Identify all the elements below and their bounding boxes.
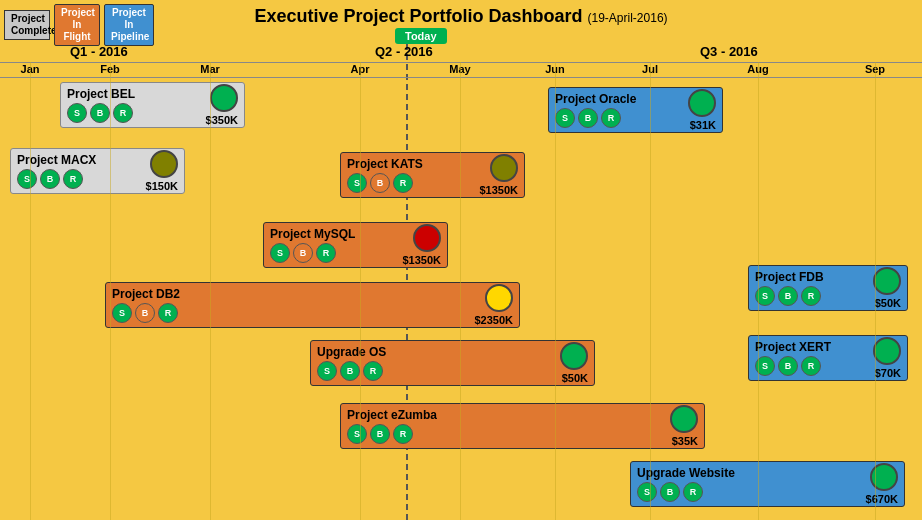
cost-label: $50K: [875, 297, 901, 309]
quarter-row: Q1 - 2016Q2 - 2016Q3 - 2016: [0, 44, 922, 62]
status-b: B: [293, 243, 313, 263]
bar-inner: Upgrade Website S B R: [637, 466, 862, 502]
status-s: S: [67, 103, 87, 123]
grid-line: [360, 62, 361, 520]
status-r: R: [801, 286, 821, 306]
bar-inner: Project MACX S B R: [17, 153, 142, 189]
bar-icons: S B R: [112, 303, 470, 323]
health-indicator: [560, 342, 588, 370]
cost-label: $70K: [875, 367, 901, 379]
status-r: R: [63, 169, 83, 189]
bar-inner: Project KATS S B R: [347, 157, 475, 193]
bar-title: Project KATS: [347, 157, 475, 171]
cost-label: $35K: [672, 435, 698, 447]
status-b: B: [135, 303, 155, 323]
bar-icons: S B R: [755, 356, 871, 376]
bar-inner: Project MySQL S B R: [270, 227, 398, 263]
status-b: B: [578, 108, 598, 128]
grid-line: [555, 62, 556, 520]
status-r: R: [316, 243, 336, 263]
status-r: R: [393, 173, 413, 193]
bar-title: Project Oracle: [555, 92, 686, 106]
cost-label: $2350K: [474, 314, 513, 326]
status-s: S: [17, 169, 37, 189]
status-b: B: [340, 361, 360, 381]
bar-title: Upgrade Website: [637, 466, 862, 480]
project-bar[interactable]: Project FDB S B R $50K: [748, 265, 908, 311]
today-button[interactable]: Today: [395, 28, 447, 44]
cost-label: $1350K: [402, 254, 441, 266]
status-r: R: [683, 482, 703, 502]
status-r: R: [393, 424, 413, 444]
bar-icons: S B R: [555, 108, 686, 128]
cost-label: $670K: [866, 493, 898, 505]
grid-line: [460, 62, 461, 520]
status-s: S: [347, 173, 367, 193]
bar-title: Project DB2: [112, 287, 470, 301]
bar-title: Upgrade OS: [317, 345, 558, 359]
bar-title: Project MACX: [17, 153, 142, 167]
health-indicator: [670, 405, 698, 433]
bar-icons: S B R: [347, 424, 668, 444]
project-bar[interactable]: Upgrade OS S B R $50K: [310, 340, 595, 386]
grid-line: [30, 62, 31, 520]
bar-inner: Project eZumba S B R: [347, 408, 668, 444]
bar-inner: Project Oracle S B R: [555, 92, 686, 128]
status-r: R: [363, 361, 383, 381]
project-bar[interactable]: Project BEL S B R $350K: [60, 82, 245, 128]
bar-inner: Upgrade OS S B R: [317, 345, 558, 381]
project-bar[interactable]: Project MySQL S B R $1350K: [263, 222, 448, 268]
status-s: S: [112, 303, 132, 323]
health-indicator: [873, 337, 901, 365]
bar-icons: S B R: [270, 243, 398, 263]
status-b: B: [660, 482, 680, 502]
cost-label: $31K: [690, 119, 716, 131]
project-bar[interactable]: Project Oracle S B R $31K: [548, 87, 723, 133]
status-r: R: [801, 356, 821, 376]
bar-icons: S B R: [67, 103, 202, 123]
quarter-label: Q3 - 2016: [700, 44, 758, 59]
health-indicator: [150, 150, 178, 178]
health-indicator: [490, 154, 518, 182]
bar-title: Project BEL: [67, 87, 202, 101]
grid-line: [110, 62, 111, 520]
bar-title: Project FDB: [755, 270, 871, 284]
project-bar[interactable]: Project DB2 S B R $2350K: [105, 282, 520, 328]
grid-line: [650, 62, 651, 520]
bar-title: Project MySQL: [270, 227, 398, 241]
status-s: S: [637, 482, 657, 502]
bar-title: Project XERT: [755, 340, 871, 354]
title-date: (19-April-2016): [588, 11, 668, 25]
status-b: B: [40, 169, 60, 189]
status-b: B: [370, 173, 390, 193]
grid-line: [758, 62, 759, 520]
title-text: Executive Project Portfolio Dashboard: [254, 6, 582, 26]
health-indicator: [413, 224, 441, 252]
bar-title: Project eZumba: [347, 408, 668, 422]
cost-label: $50K: [562, 372, 588, 384]
status-r: R: [113, 103, 133, 123]
project-bar[interactable]: Project XERT S B R $70K: [748, 335, 908, 381]
bar-inner: Project BEL S B R: [67, 87, 202, 123]
status-s: S: [555, 108, 575, 128]
status-s: S: [317, 361, 337, 381]
health-indicator: [873, 267, 901, 295]
project-bar[interactable]: Project MACX S B R $150K: [10, 148, 185, 194]
quarter-label: Q2 - 2016: [375, 44, 433, 59]
status-s: S: [270, 243, 290, 263]
bar-icons: S B R: [347, 173, 475, 193]
bar-icons: S B R: [17, 169, 142, 189]
page-title: Executive Project Portfolio Dashboard (1…: [0, 6, 922, 27]
status-r: R: [601, 108, 621, 128]
status-r: R: [158, 303, 178, 323]
cost-label: $1350K: [479, 184, 518, 196]
project-bar[interactable]: Upgrade Website S B R $670K: [630, 461, 905, 507]
status-b: B: [90, 103, 110, 123]
health-indicator: [485, 284, 513, 312]
bar-icons: S B R: [755, 286, 871, 306]
status-b: B: [370, 424, 390, 444]
project-bar[interactable]: Project KATS S B R $1350K: [340, 152, 525, 198]
quarter-label: Q1 - 2016: [70, 44, 128, 59]
grid-line: [210, 62, 211, 520]
health-indicator: [210, 84, 238, 112]
